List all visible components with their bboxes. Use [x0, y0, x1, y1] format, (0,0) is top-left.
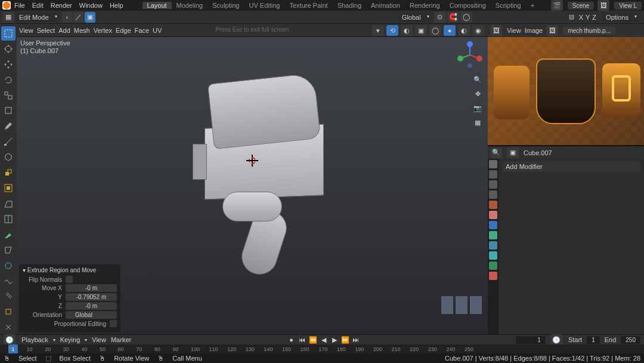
- menu-window[interactable]: Window: [79, 2, 103, 9]
- operator-panel[interactable]: Extrude Region and Move Flip Normals Mov…: [19, 264, 120, 332]
- play-reverse-icon[interactable]: ◀: [319, 336, 329, 344]
- play-icon[interactable]: ▶: [330, 336, 339, 344]
- shrink-fatten-tool[interactable]: [1, 304, 16, 319]
- op-orientation-field[interactable]: Global: [66, 311, 117, 319]
- autokey-icon[interactable]: ●: [287, 336, 296, 344]
- navigation-gizmo[interactable]: [456, 41, 484, 69]
- current-frame-field[interactable]: 1: [516, 336, 546, 344]
- vp-menu-add[interactable]: Add: [58, 27, 70, 34]
- start-frame-field[interactable]: 1: [587, 336, 600, 344]
- camera-view-icon[interactable]: 📷: [471, 101, 484, 115]
- keyframe-prev-icon[interactable]: ⏪: [308, 336, 318, 344]
- tab-sculpting[interactable]: Sculpting: [208, 2, 244, 9]
- vp-menu-vertex[interactable]: Vertex: [94, 27, 112, 34]
- viewlayer-icon[interactable]: 🖼: [597, 0, 609, 11]
- tab-shading[interactable]: Shading: [333, 2, 366, 9]
- mode-dropdown[interactable]: Edit Mode: [16, 13, 60, 22]
- move-y-field[interactable]: -0.79052 m: [66, 293, 117, 301]
- overlays-icon[interactable]: ◐: [401, 25, 413, 36]
- tl-menu-playback[interactable]: Playback: [21, 336, 48, 343]
- cursor-tool[interactable]: [1, 42, 16, 56]
- img-menu-image[interactable]: Image: [525, 27, 543, 34]
- flip-normals-checkbox[interactable]: [66, 276, 73, 283]
- edge-select-mode[interactable]: ／: [73, 12, 84, 23]
- menu-help[interactable]: Help: [110, 2, 123, 9]
- menu-render[interactable]: Render: [51, 2, 72, 9]
- tab-add-workspace[interactable]: +: [526, 2, 539, 9]
- keyframe-next-icon[interactable]: ⏩: [340, 336, 350, 344]
- tl-menu-marker[interactable]: Marker: [111, 336, 131, 343]
- rotate-tool[interactable]: [1, 73, 16, 87]
- shading-solid-icon[interactable]: ●: [444, 25, 456, 36]
- tab-compositing[interactable]: Compositing: [445, 2, 491, 9]
- ptab-object[interactable]: [489, 211, 497, 219]
- img-menu-view[interactable]: View: [507, 27, 521, 34]
- tab-texture-paint[interactable]: Texture Paint: [284, 2, 332, 9]
- tab-uv-editing[interactable]: UV Editing: [244, 2, 284, 9]
- timeline-track[interactable]: 1 01020304050607080901001101201301401501…: [0, 344, 644, 354]
- timeline-editor-icon[interactable]: 🕑: [4, 334, 16, 345]
- ptab-particles[interactable]: [489, 231, 497, 239]
- pivot-icon[interactable]: ⊙: [434, 12, 446, 23]
- ptab-render[interactable]: [489, 160, 497, 168]
- mesh-edit-overlay-icon[interactable]: ▾: [372, 25, 384, 36]
- props-search-icon[interactable]: 🔍: [490, 147, 502, 158]
- preview-range-icon[interactable]: 🕓: [550, 334, 562, 345]
- vp-menu-mesh[interactable]: Mesh: [74, 27, 90, 34]
- ptab-world[interactable]: [489, 201, 497, 209]
- tab-rendering[interactable]: Rendering: [405, 2, 445, 9]
- snap-toggle-icon[interactable]: 🧲: [447, 12, 459, 23]
- bevel-tool[interactable]: [1, 196, 16, 211]
- tl-menu-keying[interactable]: Keying: [60, 336, 80, 343]
- xray-icon[interactable]: ▣: [415, 25, 427, 36]
- poly-build-tool[interactable]: [1, 243, 16, 257]
- image-editor-type-icon[interactable]: 🖼: [490, 25, 502, 36]
- vp-menu-select[interactable]: Select: [37, 27, 55, 34]
- ptab-material[interactable]: [489, 272, 497, 280]
- image-filename-field[interactable]: mech thumb.p...: [563, 27, 615, 35]
- viewlayer-field[interactable]: View L: [614, 2, 642, 10]
- spin-tool[interactable]: [1, 259, 16, 273]
- persp-ortho-icon[interactable]: ▦: [471, 116, 484, 129]
- select-box-tool[interactable]: [1, 26, 16, 41]
- vp-menu-view[interactable]: View: [19, 27, 33, 34]
- add-modifier-button[interactable]: Add Modifier: [502, 161, 640, 172]
- image-browse-icon[interactable]: 🖼: [546, 25, 558, 36]
- 3d-viewport[interactable]: View Select Add Mesh Vertex Edge Face UV…: [17, 24, 488, 334]
- end-frame-field[interactable]: 250: [621, 336, 640, 344]
- menu-file[interactable]: File: [14, 2, 25, 9]
- move-z-field[interactable]: -0 m: [66, 302, 117, 310]
- loop-cut-tool[interactable]: [1, 212, 16, 226]
- tab-animation[interactable]: Animation: [366, 2, 405, 9]
- mesh-auto-merge[interactable]: ⊟: [569, 13, 574, 21]
- ptab-constraints[interactable]: [489, 251, 497, 260]
- ptab-physics[interactable]: [489, 241, 497, 250]
- ptab-scene[interactable]: [489, 190, 497, 199]
- knife-tool[interactable]: [1, 227, 16, 242]
- extrude-tool[interactable]: [1, 165, 16, 180]
- annotate-tool[interactable]: [1, 119, 16, 133]
- options-dropdown[interactable]: Options: [602, 13, 639, 22]
- jump-start-icon[interactable]: ⏮: [298, 336, 307, 344]
- tab-scripting[interactable]: Scripting: [491, 2, 526, 9]
- vp-menu-face[interactable]: Face: [135, 27, 149, 34]
- vp-menu-uv[interactable]: UV: [153, 27, 162, 34]
- orientation-dropdown[interactable]: Global: [398, 13, 432, 22]
- ptab-modifiers[interactable]: [489, 221, 497, 229]
- ptab-data[interactable]: [489, 262, 497, 270]
- tab-layout[interactable]: Layout: [143, 2, 172, 9]
- move-tool[interactable]: [1, 57, 16, 72]
- inset-tool[interactable]: [1, 181, 16, 195]
- scale-tool[interactable]: [1, 88, 16, 103]
- operator-title[interactable]: Extrude Region and Move: [23, 267, 117, 273]
- axis-y[interactable]: Y: [586, 14, 590, 21]
- face-select-mode[interactable]: ▣: [85, 12, 95, 23]
- pan-icon[interactable]: ✥: [471, 87, 484, 100]
- move-x-field[interactable]: -0 m: [66, 284, 117, 292]
- shading-matprev-icon[interactable]: ◐: [458, 25, 470, 36]
- measure-tool[interactable]: [1, 134, 16, 149]
- smooth-tool[interactable]: [1, 274, 16, 288]
- tl-menu-view[interactable]: View: [92, 336, 106, 343]
- scene-icon[interactable]: 🎬: [551, 0, 563, 11]
- gizmo-icon[interactable]: ⟲: [386, 25, 398, 36]
